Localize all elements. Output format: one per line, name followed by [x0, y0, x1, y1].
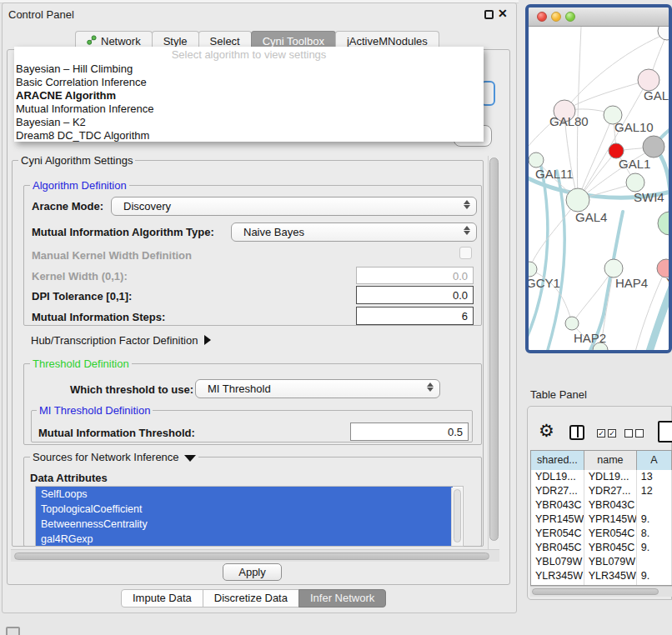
- dropdown-item[interactable]: Basic Correlation Inference: [16, 76, 482, 89]
- table-cell: YDR27...: [531, 484, 584, 498]
- table-row[interactable]: YLR345WYLR345W9.: [531, 569, 672, 583]
- close-traffic-light-icon[interactable]: [537, 12, 547, 22]
- table-row[interactable]: YBR045CYBR045C9.: [531, 541, 672, 555]
- stepper-icon: [463, 200, 470, 209]
- mi-threshold-value: 0.5: [448, 426, 463, 438]
- kernel-width-value: 0.0: [453, 270, 468, 282]
- network-edge[interactable]: [529, 162, 548, 345]
- settings-vertical-scrollbar[interactable]: [488, 156, 499, 549]
- table-cell: YDL19...: [584, 470, 637, 484]
- minimize-traffic-light-icon[interactable]: [551, 12, 561, 22]
- scrollbar-thumb[interactable]: [14, 552, 489, 560]
- network-edge[interactable]: [654, 147, 670, 220]
- zoom-traffic-light-icon[interactable]: [565, 12, 575, 22]
- column-header[interactable]: shared...: [531, 451, 584, 470]
- dropdown-item[interactable]: Dream8 DC_TDC Algorithm: [16, 129, 482, 142]
- aracne-mode-label: Aracne Mode:: [32, 200, 103, 212]
- kernel-width-field[interactable]: 0.0: [356, 267, 474, 284]
- scrollbar-thumb[interactable]: [489, 158, 499, 541]
- dropdown-item[interactable]: Bayesian – Hill Climbing: [16, 62, 482, 76]
- deselect-all-icon[interactable]: [624, 429, 633, 438]
- dpi-tolerance-value: 0.0: [453, 289, 468, 302]
- table-cell: YBL079W: [584, 555, 637, 569]
- select-all-icon[interactable]: ✓: [597, 429, 605, 438]
- network-node[interactable]: [658, 212, 672, 235]
- network-node[interactable]: [626, 173, 644, 192]
- table-row[interactable]: YER054CYER054C8.: [531, 527, 672, 541]
- network-node[interactable]: [565, 317, 579, 330]
- network-edge[interactable]: [578, 118, 612, 200]
- hub-definition-expander[interactable]: Hub/Transcription Factor Definition: [31, 334, 211, 347]
- table-horizontal-scrollbar[interactable]: [530, 586, 672, 597]
- network-node[interactable]: [643, 136, 664, 158]
- settings-gear-icon[interactable]: ⚙: [539, 421, 554, 441]
- table-cell: YPR145W: [531, 512, 584, 527]
- network-edge[interactable]: [539, 171, 564, 350]
- network-node[interactable]: [604, 259, 623, 278]
- mi-type-select[interactable]: Naive Bayes: [231, 222, 477, 242]
- mi-threshold-label: Mutual Information Threshold:: [38, 427, 195, 439]
- which-threshold-select[interactable]: MI Threshold: [195, 379, 440, 398]
- data-attributes-label: Data Attributes: [30, 472, 108, 484]
- tab-impute-data[interactable]: Impute Data: [121, 589, 203, 608]
- dpi-tolerance-field[interactable]: 0.0: [356, 286, 474, 304]
- mi-steps-value: 6: [462, 310, 468, 322]
- node-table[interactable]: shared...nameA YDL19...YDL19...13YDR27..…: [530, 450, 672, 586]
- sources-group-title[interactable]: Sources for Network Inference: [30, 451, 198, 463]
- network-node[interactable]: [657, 259, 672, 278]
- float-window-icon[interactable]: [484, 10, 494, 19]
- document-icon[interactable]: [658, 421, 672, 442]
- data-attributes-list[interactable]: SelfLoopsTopologicalCoefficientBetweenne…: [35, 486, 464, 547]
- aracne-mode-select[interactable]: Discovery: [111, 197, 477, 216]
- tab-discretize-data[interactable]: Discretize Data: [203, 589, 299, 608]
- table-cell: YBL079W: [531, 555, 584, 569]
- table-row[interactable]: YBR043CYBR043C: [531, 498, 672, 512]
- list-item[interactable]: SelfLoops: [36, 487, 453, 502]
- list-item[interactable]: TopologicalCoefficient: [36, 502, 453, 517]
- network-edge[interactable]: [577, 27, 581, 200]
- scrollbar-thumb[interactable]: [532, 588, 659, 595]
- deselect-all-icon[interactable]: [635, 429, 644, 438]
- column-header[interactable]: name: [584, 451, 637, 470]
- table-row[interactable]: YDR27...YDR27...12: [531, 484, 672, 498]
- settings-horizontal-scrollbar[interactable]: [11, 549, 499, 562]
- tab-infer-network[interactable]: Infer Network: [298, 589, 386, 608]
- hub-definition-label: Hub/Transcription Factor Definition: [31, 334, 198, 347]
- list-item[interactable]: BetweennessCentrality: [36, 517, 453, 532]
- close-icon[interactable]: ✕: [498, 7, 508, 20]
- expand-right-icon[interactable]: [204, 335, 211, 345]
- scrollbar-thumb[interactable]: [454, 489, 461, 542]
- apply-button[interactable]: Apply: [223, 563, 282, 581]
- dropdown-item[interactable]: Mutual Information Inference: [16, 102, 482, 116]
- network-edge[interactable]: [530, 200, 578, 267]
- table-row[interactable]: YPR145WYPR145W9.: [531, 512, 672, 527]
- docked-panel-icon[interactable]: [6, 627, 20, 635]
- network-graph[interactable]: GALGAL80GAL10GAL1GAL11SWI4GAL4GCY1HAP4YH…: [529, 27, 672, 350]
- network-view-window[interactable]: GALGAL80GAL10GAL1GAL11SWI4GAL4GCY1HAP4YH…: [525, 4, 672, 353]
- network-node[interactable]: [529, 262, 537, 277]
- network-node[interactable]: [566, 188, 589, 212]
- table-cell: YDR27...: [584, 484, 637, 498]
- app-screen: Control Panel ✕ NetworkStyleSelectCyni T…: [0, 0, 672, 635]
- mi-steps-field[interactable]: 6: [356, 307, 474, 325]
- node-label: SWI4: [634, 190, 664, 204]
- threshold-definition-title: Threshold Definition: [30, 358, 132, 370]
- manual-kernel-label: Manual Kernel Width Definition: [32, 249, 192, 262]
- table-row[interactable]: YBL079WYBL079W: [531, 555, 672, 569]
- list-item[interactable]: gal4RGexp: [36, 532, 453, 547]
- select-all-icon[interactable]: ✓: [608, 429, 616, 438]
- network-canvas[interactable]: GALGAL80GAL10GAL1GAL11SWI4GAL4GCY1HAP4YH…: [529, 27, 669, 350]
- network-node[interactable]: [658, 27, 672, 40]
- table-row[interactable]: YDL19...YDL19...13: [531, 470, 672, 484]
- collapse-down-icon[interactable]: [184, 455, 196, 462]
- mi-threshold-field[interactable]: 0.5: [350, 422, 469, 441]
- network-node[interactable]: [529, 152, 544, 168]
- mi-type-label: Mutual Information Algorithm Type:: [32, 226, 214, 238]
- dropdown-item[interactable]: Bayesian – K2: [16, 116, 482, 129]
- window-titlebar[interactable]: [529, 8, 669, 27]
- list-vertical-scrollbar[interactable]: [451, 488, 462, 547]
- dropdown-item[interactable]: ARACNE Algorithm: [16, 89, 482, 102]
- columns-icon[interactable]: [569, 425, 584, 440]
- manual-kernel-checkbox[interactable]: [459, 247, 472, 259]
- column-header[interactable]: A: [637, 451, 672, 470]
